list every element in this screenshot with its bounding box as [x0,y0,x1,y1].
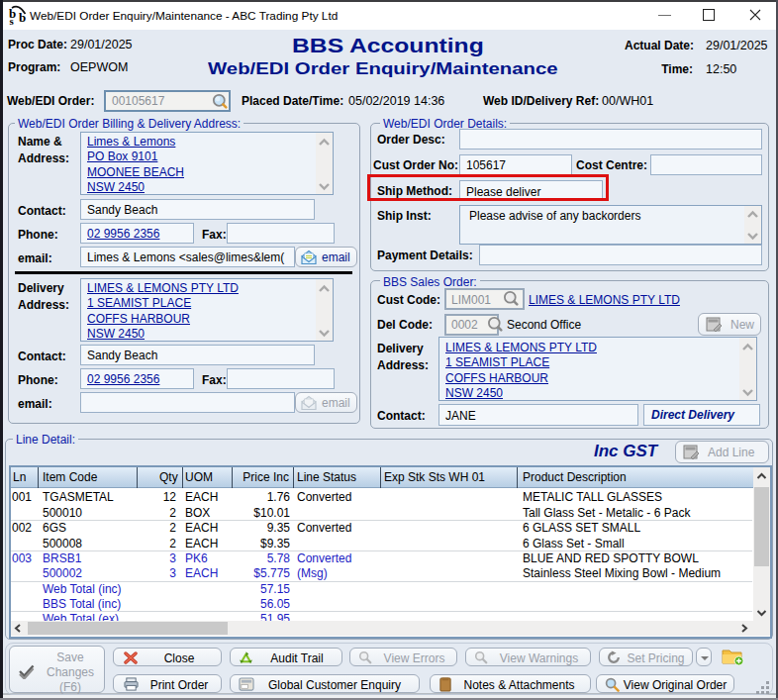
svg-text:s: s [10,15,15,27]
